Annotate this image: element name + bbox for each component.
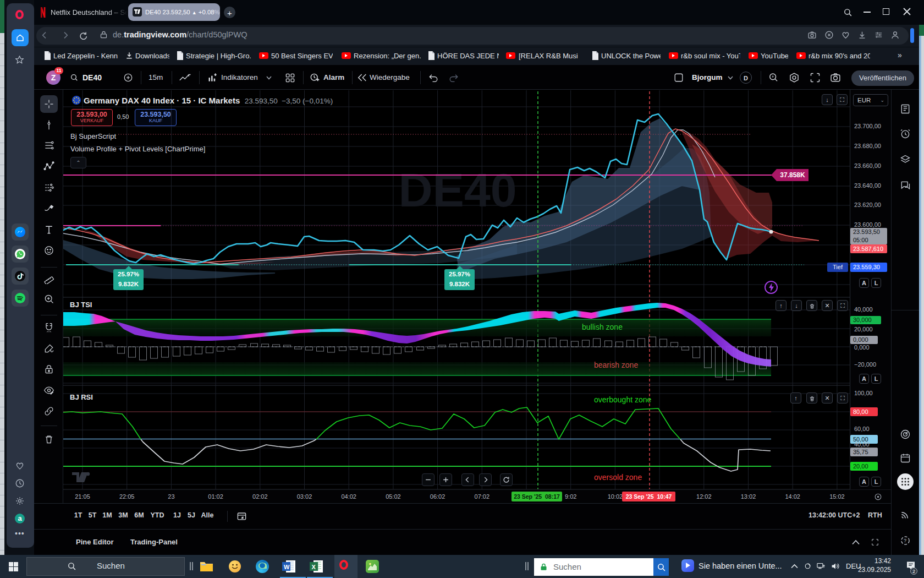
svg-text:X: X bbox=[312, 564, 316, 570]
svg-text:DE40: DE40 bbox=[398, 163, 516, 216]
svg-text:W: W bbox=[284, 564, 290, 570]
